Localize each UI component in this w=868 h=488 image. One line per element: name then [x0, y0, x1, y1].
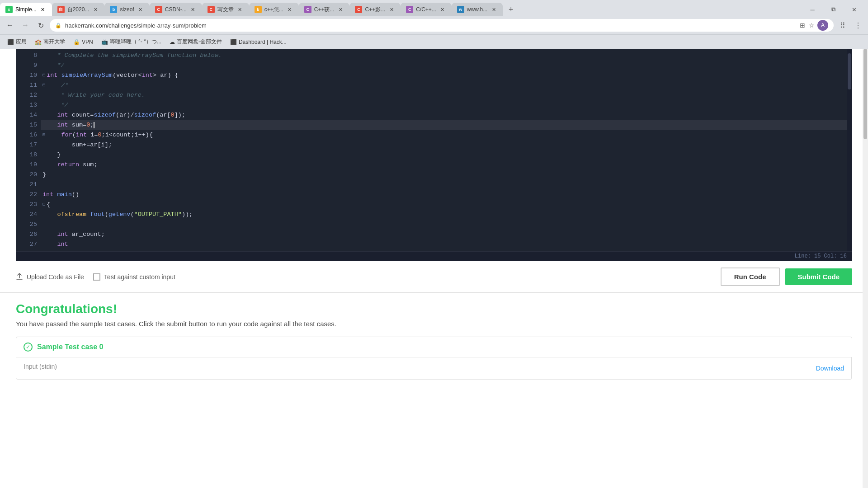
bookmark-vpn-label: VPN — [82, 39, 93, 45]
tab-simple-array-sum[interactable]: S Simple... ✕ — [0, 3, 52, 16]
line-numbers: 8 9 10 11 12 13 14 15 16 17 18 19 20 21 … — [16, 49, 41, 251]
apps-icon: ⬛ — [7, 39, 14, 45]
editor-scrollbar[interactable] — [847, 49, 852, 251]
tab-label-4: CSDN-... — [165, 6, 187, 13]
bookmark-hackerrank-label: Dashboard | Hack... — [239, 39, 287, 45]
test-checkbox[interactable] — [93, 273, 100, 281]
maximize-button[interactable]: ⧉ — [823, 3, 844, 16]
bookmark-nankai[interactable]: 🏫 南开大学 — [31, 37, 69, 47]
baidu-icon: ☁ — [170, 39, 175, 45]
window-controls: ─ ⧉ ✕ — [802, 3, 868, 16]
bookmark-bilibili-label: 哔哩哔哩（ °- °）つ... — [110, 38, 161, 46]
submit-code-button[interactable]: Submit Code — [785, 268, 853, 285]
editor-toolbar-left: Upload Code as File Test against custom … — [16, 273, 175, 281]
menu-button[interactable]: ⋮ — [852, 19, 864, 32]
tab-close-7[interactable]: ✕ — [337, 6, 344, 13]
test-case-header: ✓ Sample Test case 0 — [16, 337, 852, 357]
bookmark-icon[interactable]: ☆ — [808, 21, 816, 30]
vpn-icon: 🔒 — [73, 39, 80, 45]
code-line-12: * Write your code here. — [41, 90, 847, 100]
page-scrollbar[interactable] — [863, 49, 868, 488]
nankai-icon: 🏫 — [35, 39, 42, 45]
new-tab-button[interactable]: + — [505, 3, 517, 16]
code-line-17: sum+=ar[i]; — [41, 140, 847, 150]
test-case-panel: ✓ Sample Test case 0 Input (stdin) Downl… — [16, 337, 852, 380]
tab-close-1[interactable]: ✕ — [39, 6, 47, 13]
tab-label-9: C/C++... — [416, 6, 436, 13]
tab-close-2[interactable]: ✕ — [92, 6, 99, 13]
code-line-19: return sum; — [41, 160, 847, 170]
tab-favicon-1: S — [5, 6, 13, 13]
tab-label-6: c++怎... — [264, 6, 283, 14]
code-line-10: ⊟int simpleArraySum(vector<int> ar) { — [41, 70, 847, 80]
tab-www[interactable]: w www.h... ✕ — [452, 3, 503, 16]
tab-cpp2[interactable]: C C++获... ✕ — [299, 3, 350, 16]
code-lines: * Complete the simpleArraySum function b… — [41, 49, 847, 251]
download-link[interactable]: Download — [816, 365, 844, 372]
tab-favicon-4: C — [155, 6, 162, 13]
bilibili-icon: 📺 — [101, 39, 108, 45]
refresh-button[interactable]: ↻ — [34, 19, 47, 32]
bookmarks-bar: ⬛ 应用 🏫 南开大学 🔒 VPN 📺 哔哩哔哩（ °- °）つ... ☁ 百度… — [0, 34, 868, 49]
close-button[interactable]: ✕ — [844, 3, 864, 16]
url-actions: ⊞ ☆ A — [799, 20, 828, 31]
tab-cpp3[interactable]: C C++影... ✕ — [349, 3, 401, 16]
test-case-title: Sample Test case 0 — [37, 343, 103, 351]
extensions-button[interactable]: ⠿ — [836, 19, 849, 32]
scrollbar-thumb[interactable] — [848, 53, 851, 89]
code-line-20: } — [41, 170, 847, 180]
congratulations-description: You have passed the sample test cases. C… — [16, 320, 852, 328]
tab-write[interactable]: C 写文章 ✕ — [202, 3, 249, 16]
editor-status-bar: Line: 15 Col: 16 — [16, 251, 852, 261]
editor-toolbar: Upload Code as File Test against custom … — [0, 261, 868, 293]
tab-2020[interactable]: 自 自2020... ✕ — [52, 3, 105, 16]
tab-close-5[interactable]: ✕ — [236, 6, 244, 13]
editor-toolbar-right: Run Code Submit Code — [721, 267, 852, 286]
minimize-button[interactable]: ─ — [802, 3, 823, 16]
tab-label-5: 写文章 — [217, 6, 234, 14]
code-line-26: int ar_count; — [41, 230, 847, 239]
cursor-position: Line: 15 Col: 16 — [795, 253, 847, 259]
tab-favicon-9: C — [406, 6, 413, 13]
translate-icon[interactable]: ⊞ — [799, 21, 806, 30]
tab-label-7: C++获... — [314, 6, 335, 14]
tab-favicon-10: w — [457, 6, 464, 13]
tab-c-cpp[interactable]: C C/C++... ✕ — [401, 3, 452, 16]
tab-close-3[interactable]: ✕ — [137, 6, 144, 13]
tab-close-8[interactable]: ✕ — [388, 6, 395, 13]
tab-favicon-6: b — [255, 6, 262, 13]
upload-icon — [16, 273, 23, 281]
bookmark-apps[interactable]: ⬛ 应用 — [4, 37, 30, 47]
bookmark-vpn[interactable]: 🔒 VPN — [70, 38, 97, 47]
tab-close-6[interactable]: ✕ — [286, 6, 293, 13]
page-scrollbar-thumb[interactable] — [863, 49, 867, 139]
tab-sizeof[interactable]: b sizeof ✕ — [104, 3, 149, 16]
code-line-22: int main() — [41, 190, 847, 200]
tab-close-10[interactable]: ✕ — [490, 6, 497, 13]
bookmark-baidu[interactable]: ☁ 百度网盘-全部文件 — [166, 37, 226, 47]
test-custom-input[interactable]: Test against custom input — [93, 273, 175, 281]
url-bar[interactable]: 🔒 hackerrank.com/challenges/simple-array… — [50, 19, 834, 32]
code-line-13: */ — [41, 100, 847, 110]
code-line-9: */ — [41, 61, 847, 70]
bookmark-nankai-label: 南开大学 — [43, 38, 65, 46]
code-editor[interactable]: 8 9 10 11 12 13 14 15 16 17 18 19 20 21 … — [16, 49, 852, 261]
tab-close-9[interactable]: ✕ — [439, 6, 446, 13]
tab-label-10: www.h... — [467, 6, 487, 13]
browser-chrome: S Simple... ✕ 自 自2020... ✕ b sizeof ✕ C … — [0, 0, 868, 49]
tab-csdn[interactable]: C CSDN-... ✕ — [150, 3, 202, 16]
upload-code-button[interactable]: Upload Code as File — [16, 273, 84, 281]
forward-button[interactable]: → — [19, 19, 32, 32]
code-line-15: int sum=0; — [41, 120, 847, 130]
bookmark-bilibili[interactable]: 📺 哔哩哔哩（ °- °）つ... — [98, 37, 165, 47]
check-icon: ✓ — [24, 343, 33, 352]
code-line-24: ofstream fout(getenv("OUTPUT_PATH")); — [41, 210, 847, 220]
url-text: hackerrank.com/challenges/simple-array-s… — [65, 22, 795, 29]
profile-icon[interactable]: A — [817, 20, 828, 31]
bookmark-hackerrank[interactable]: ⬛ Dashboard | Hack... — [226, 38, 290, 47]
run-code-button[interactable]: Run Code — [721, 267, 780, 286]
tab-cpp1[interactable]: b c++怎... ✕ — [249, 3, 299, 16]
tab-close-4[interactable]: ✕ — [189, 6, 197, 13]
back-button[interactable]: ← — [4, 19, 16, 32]
tab-label-8: C++影... — [365, 6, 385, 14]
